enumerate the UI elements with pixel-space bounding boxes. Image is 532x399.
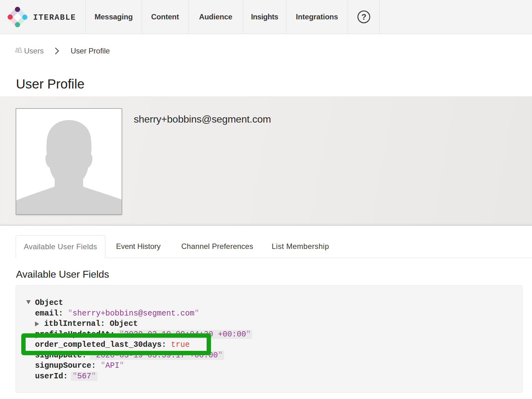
svg-text:?: ?	[361, 12, 366, 22]
